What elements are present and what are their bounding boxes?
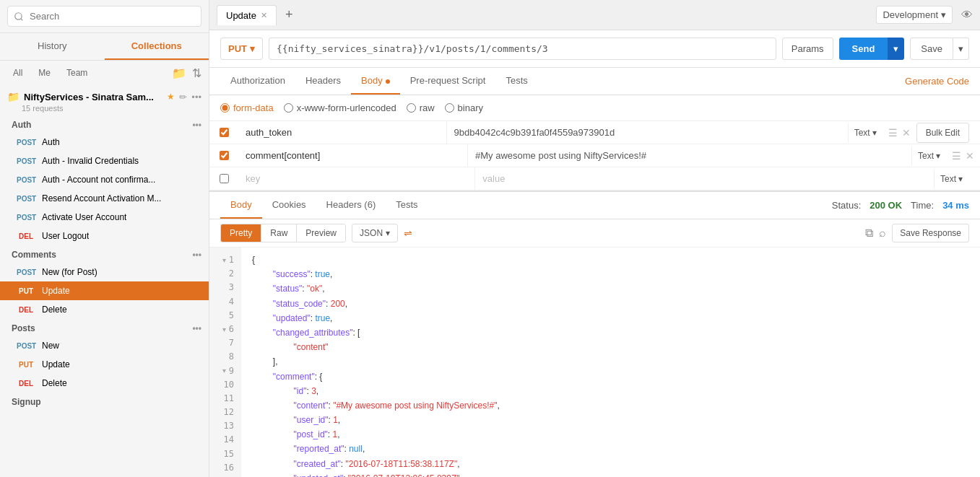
sidebar-item-update-comment[interactable]: PUT Update: [0, 281, 209, 300]
group-auth-dots[interactable]: •••: [192, 120, 201, 130]
collapse-9[interactable]: ▾: [222, 365, 226, 377]
collapse-1[interactable]: ▾: [222, 255, 226, 266]
send-dropdown-button[interactable]: ▾: [888, 38, 904, 60]
tab-add-button[interactable]: +: [279, 4, 299, 25]
resp-tab-cookies[interactable]: Cookies: [262, 192, 316, 219]
collapse-6[interactable]: ▾: [222, 324, 226, 336]
resp-tab-tests[interactable]: Tests: [386, 192, 428, 219]
line-2: 2: [209, 267, 241, 281]
sidebar-item-auth-invalid[interactable]: POST Auth - Invalid Credentials: [0, 152, 209, 170]
resp-format-preview[interactable]: Preview: [297, 224, 345, 242]
form-row-2: comment[content] #My awesome post using …: [209, 144, 980, 167]
tab-prerequest[interactable]: Pre-request Script: [400, 68, 496, 95]
line-7: 7: [209, 336, 241, 350]
tab-tests[interactable]: Tests: [495, 68, 537, 95]
sidebar-item-new-post[interactable]: POST New: [0, 336, 209, 355]
sidebar-controls: All Me Team 📁 ⇅: [0, 61, 209, 85]
item-label: Delete: [42, 305, 67, 315]
ctrl-all[interactable]: All: [7, 65, 28, 81]
resp-format-raw[interactable]: Raw: [261, 224, 297, 242]
close-icon-2[interactable]: ✕: [966, 150, 974, 162]
send-button-group: Send ▾: [839, 38, 905, 60]
group-label-signup[interactable]: Signup: [0, 393, 209, 410]
ctrl-team[interactable]: Team: [61, 65, 93, 81]
response-format-tabs: Pretty Raw Preview: [220, 224, 346, 242]
resp-tab-body[interactable]: Body: [220, 192, 262, 219]
item-label: Auth - Account not confirma...: [42, 175, 155, 185]
sidebar-item-auth[interactable]: POST Auth: [0, 133, 209, 152]
method-post-badge: POST: [14, 138, 38, 147]
sidebar-item-activate[interactable]: POST Activate User Account: [0, 208, 209, 227]
method-post-badge: POST: [14, 341, 38, 351]
bulk-edit-button[interactable]: Bulk Edit: [916, 123, 969, 143]
form-type-1[interactable]: Text ▾: [848, 123, 883, 142]
resp-format-pretty[interactable]: Pretty: [221, 224, 261, 242]
tab-body[interactable]: Body: [351, 68, 400, 95]
tab-update[interactable]: Update ✕: [217, 5, 277, 25]
collection-actions: ✏ •••: [179, 92, 201, 102]
form-val-3[interactable]: value: [475, 167, 934, 190]
resp-type-select[interactable]: JSON ▾: [352, 224, 398, 242]
radio-urlencoded[interactable]: x-www-form-urlencoded: [284, 102, 396, 113]
collection-star-icon[interactable]: ★: [167, 92, 175, 102]
tab-collections[interactable]: Collections: [105, 33, 209, 60]
group-signup-name: Signup: [12, 397, 201, 407]
env-chevron-icon: ▾: [941, 9, 946, 20]
send-button[interactable]: Send: [839, 38, 888, 60]
hamburger-icon-2[interactable]: ☰: [952, 150, 961, 162]
save-dropdown-button[interactable]: ▾: [953, 38, 969, 60]
form-row-1: auth_token 9bdb4042c4c9b391fa0f4559a9739…: [209, 121, 980, 144]
sidebar-item-delete-comment[interactable]: DEL Delete: [0, 300, 209, 319]
form-key-3[interactable]: key: [238, 167, 475, 190]
ctrl-me[interactable]: Me: [32, 65, 56, 81]
method-select[interactable]: PUT ▾: [220, 38, 263, 60]
url-input[interactable]: [269, 38, 776, 60]
collection-more-icon[interactable]: •••: [191, 92, 201, 102]
radio-raw[interactable]: raw: [407, 102, 435, 113]
generate-code-link[interactable]: Generate Code: [905, 76, 969, 87]
sidebar-item-new-comment[interactable]: POST New (for Post): [0, 263, 209, 281]
folder-icon[interactable]: 📁: [172, 66, 186, 80]
tab-close-icon[interactable]: ✕: [261, 11, 267, 20]
params-button[interactable]: Params: [782, 38, 833, 60]
eye-icon[interactable]: 👁: [961, 9, 973, 22]
hamburger-icon-1[interactable]: ☰: [888, 127, 898, 139]
edit-icon[interactable]: ✏: [179, 92, 187, 102]
form-type-3[interactable]: Text ▾: [934, 170, 968, 188]
group-label-posts[interactable]: Posts •••: [0, 319, 209, 336]
sidebar-item-resend[interactable]: POST Resend Account Activation M...: [0, 189, 209, 208]
method-label: PUT: [228, 43, 247, 54]
sidebar-item-logout[interactable]: DEL User Logout: [0, 227, 209, 245]
method-del-badge: DEL: [14, 379, 38, 388]
group-comments-dots[interactable]: •••: [192, 250, 201, 260]
method-del-badge: DEL: [14, 232, 38, 241]
form-check-1[interactable]: [209, 128, 238, 137]
tab-authorization[interactable]: Authorization: [220, 68, 295, 95]
tab-history[interactable]: History: [0, 33, 105, 60]
form-check-2[interactable]: [209, 151, 238, 160]
radio-binary[interactable]: binary: [445, 102, 483, 113]
group-label-auth[interactable]: Auth •••: [0, 115, 209, 133]
close-icon-1[interactable]: ✕: [902, 127, 911, 139]
env-selector[interactable]: Development ▾: [876, 6, 953, 24]
sidebar-item-auth-notconfirmed[interactable]: POST Auth - Account not confirma...: [0, 170, 209, 189]
wrap-icon[interactable]: ⇌: [404, 227, 412, 239]
form-table: auth_token 9bdb4042c4c9b391fa0f4559a9739…: [209, 121, 980, 191]
sidebar-item-delete-post[interactable]: DEL Delete: [0, 374, 209, 393]
form-check-3[interactable]: [209, 174, 238, 183]
form-actions-2: ☰ ✕: [946, 146, 980, 166]
resp-tab-headers[interactable]: Headers (6): [316, 192, 386, 219]
form-type-2[interactable]: Text ▾: [911, 146, 946, 165]
save-button[interactable]: Save: [910, 38, 953, 60]
search-icon[interactable]: ⌕: [879, 227, 886, 240]
save-response-button[interactable]: Save Response: [892, 224, 969, 242]
tab-headers[interactable]: Headers: [295, 68, 351, 95]
radio-formdata[interactable]: form-data: [220, 102, 274, 113]
group-posts-dots[interactable]: •••: [192, 323, 201, 333]
copy-icon[interactable]: ⧉: [865, 227, 873, 240]
item-label: Delete: [42, 378, 67, 388]
sidebar-item-update-post[interactable]: PUT Update: [0, 355, 209, 374]
search-input[interactable]: [7, 6, 201, 27]
sort-icon[interactable]: ⇅: [192, 66, 201, 80]
group-label-comments[interactable]: Comments •••: [0, 245, 209, 263]
